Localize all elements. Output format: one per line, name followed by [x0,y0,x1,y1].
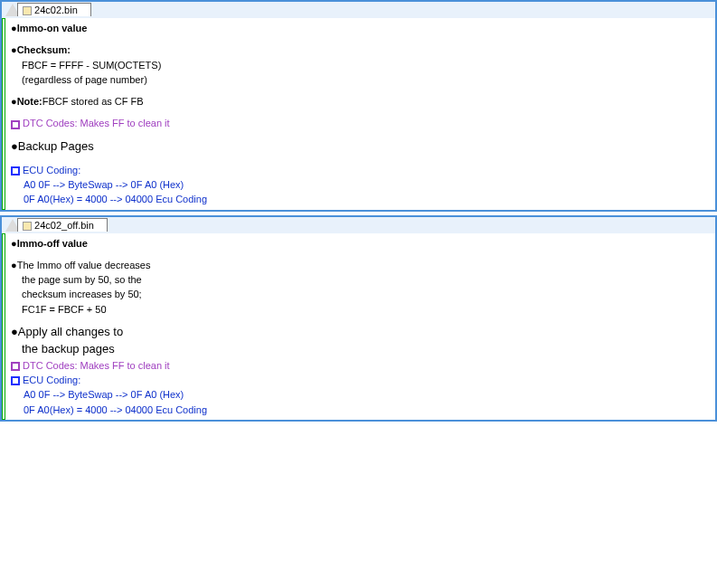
label-checksum: Checksum: [17,44,71,55]
text-off-l2: the page sum by 50, so the [22,273,710,286]
text-dtc-top: DTC Codes: Makes FF to clean it [11,117,710,129]
text-off-l4: FC1F = FBCF + 50 [22,303,710,316]
text-off-l3: checksum increases by 50; [22,288,710,300]
text-ecu-l2-bottom: 0F A0(Hex) = 4000 --> 04000 Ecu Coding [24,403,710,416]
label-note: Note: [17,96,42,107]
text-ecu-head-bottom: ECU Coding: [11,374,710,386]
square-purple-icon [11,362,20,371]
notes-top: Immo-on value Checksum: FBCF = FFFF - SU… [5,18,715,210]
text-ecu-l1-bottom: A0 0F --> ByteSwap --> 0F A0 (Hex) [24,388,710,401]
text-checksum-note: (regardless of page number) [22,73,710,86]
text-note-body: FBCF stored as CF FB [42,96,144,107]
square-blue-icon [11,166,20,175]
text-apply-l1: Apply all changes to [11,325,710,340]
text-checksum-formula: FBCF = FFFF - SUM(OCTETS) [22,59,710,71]
text-ecu-l2-top: 0F A0(Hex) = 4000 --> 04000 Ecu Coding [24,193,710,205]
notes-bottom: Immo-off value The Immo off value decrea… [5,233,715,420]
panel-immo-off: 24c02_off.bin Immo-off value The Immo of… [0,215,717,422]
text-ecu-l1-top: A0 0F --> ByteSwap --> 0F A0 (Hex) [24,178,710,191]
text-dtc-bottom: DTC Codes: Makes FF to clean it [11,359,710,372]
file-tab-top[interactable]: 24c02.bin [17,3,91,16]
square-blue-icon [11,376,20,385]
text-ecu-head-top: ECU Coding: [11,164,710,176]
square-purple-icon [11,120,20,129]
label-immo-off: Immo-off value [11,237,710,250]
text-apply-l2: the backup pages [22,342,710,357]
panel-immo-on: 24c02.bin Immo-on value Checksum: FBCF =… [0,0,717,212]
text-off-l1: The Immo off value decreases [11,259,710,271]
file-tab-bottom[interactable]: 24c02_off.bin [17,218,108,232]
label-backup-pages: Backup Pages [11,139,710,155]
label-immo-on: Immo-on value [11,22,710,34]
